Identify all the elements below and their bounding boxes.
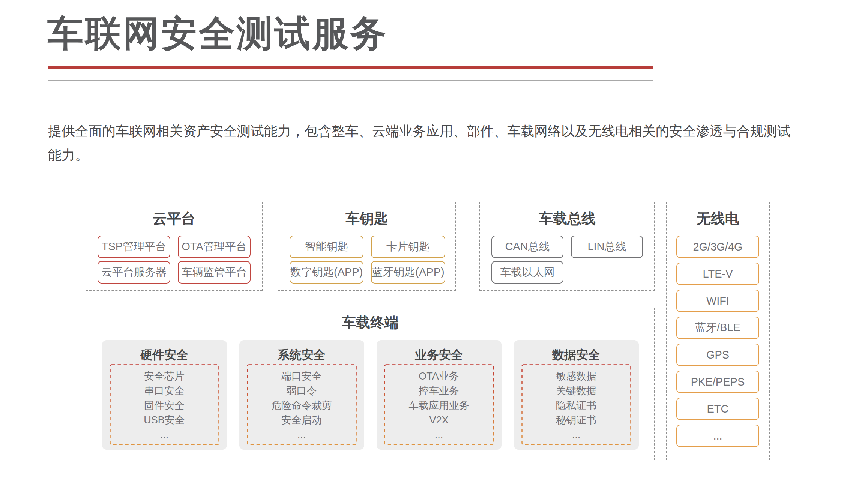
item-system-more: ... [247,428,357,442]
node-ota-platform: OTA管理平台 [178,236,251,258]
group-cloud-platform: 云平台 TSP管理平台 OTA管理平台 云平台服务器 车辆监管平台 [86,202,263,291]
node-radio-more: ... [676,424,759,447]
node-wifi: WIFI [676,290,759,312]
group-vehicle-terminal: 车载终端 硬件安全 安全芯片 串口安全 固件安全 USB安全 ... [86,308,655,460]
group-key-title: 车钥匙 [278,211,455,226]
item-business-more: ... [384,428,494,442]
group-cloud-title: 云平台 [86,211,262,226]
node-cloud-server: 云平台服务器 [98,261,170,284]
item-weak-password: 弱口令 [247,384,357,398]
group-terminal-title: 车载终端 [86,315,654,330]
data-dashed-panel: 敏感数据 关键数据 隐私证书 秘钥证书 ... [521,364,631,445]
item-critical-data: 关键数据 [521,384,631,398]
group-radio: 无线电 2G/3G/4G LTE-V WIFI 蓝牙/BLE GPS PKE/P… [666,202,770,460]
item-firmware-security: 固件安全 [110,398,219,413]
card-hardware-security: 硬件安全 安全芯片 串口安全 固件安全 USB安全 ... [102,340,227,450]
page: 车联网安全测试服务 提供全面的车联网相关资产安全测试能力，包含整车、云端业务应用… [0,0,868,495]
data-item-list: 敏感数据 关键数据 隐私证书 秘钥证书 ... [521,364,631,442]
item-hardware-more: ... [110,428,219,442]
page-title: 车联网安全测试服务 [47,14,388,53]
item-vehicle-app-business: 车载应用业务 [384,398,494,413]
node-etc: ETC [676,398,759,420]
card-system-security: 系统安全 端口安全 弱口令 危险命令裁剪 安全启动 ... [239,340,364,450]
node-card-key: 卡片钥匙 [371,236,445,258]
item-usb-security: USB安全 [110,413,219,428]
node-automotive-ethernet: 车载以太网 [491,261,563,284]
system-item-list: 端口安全 弱口令 危险命令裁剪 安全启动 ... [247,364,357,442]
item-v2x: V2X [384,413,494,428]
cloud-box-grid: TSP管理平台 OTA管理平台 云平台服务器 车辆监管平台 [98,236,251,284]
business-dashed-panel: OTA业务 控车业务 车载应用业务 V2X ... [384,364,494,445]
card-business-security: 业务安全 OTA业务 控车业务 车载应用业务 V2X ... [377,340,502,450]
group-car-key: 车钥匙 智能钥匙 卡片钥匙 数字钥匙(APP) 蓝牙钥匙(APP) [278,202,456,291]
node-digital-key-app: 数字钥匙(APP) [290,261,363,284]
node-vehicle-monitor-platform: 车辆监管平台 [178,261,251,284]
card-data-security: 数据安全 敏感数据 关键数据 隐私证书 秘钥证书 ... [514,340,639,450]
node-lin-bus: LIN总线 [571,236,643,258]
item-vehicle-control-business: 控车业务 [384,384,494,398]
system-dashed-panel: 端口安全 弱口令 危险命令裁剪 安全启动 ... [247,364,357,445]
node-bluetooth-ble: 蓝牙/BLE [676,316,759,339]
group-radio-title: 无线电 [667,211,769,226]
item-secure-boot: 安全启动 [247,413,357,428]
gray-divider [48,80,653,81]
bus-box-grid: CAN总线 LIN总线 车载以太网 [491,236,643,284]
node-gps: GPS [676,344,759,366]
radio-box-column: 2G/3G/4G LTE-V WIFI 蓝牙/BLE GPS PKE/PEPS … [676,236,759,447]
card-system-title: 系统安全 [239,348,364,362]
node-2g-3g-4g: 2G/3G/4G [676,236,759,258]
group-bus-title: 车载总线 [480,211,654,226]
item-ota-business: OTA业务 [384,369,494,384]
hardware-item-list: 安全芯片 串口安全 固件安全 USB安全 ... [110,364,219,442]
item-secret-key-certificate: 秘钥证书 [521,413,631,428]
card-data-title: 数据安全 [514,348,639,362]
item-secure-chip: 安全芯片 [110,369,219,384]
card-hardware-title: 硬件安全 [102,348,227,362]
node-smart-key: 智能钥匙 [290,236,363,258]
item-data-more: ... [521,428,631,442]
group-vehicle-bus: 车载总线 CAN总线 LIN总线 车载以太网 [479,202,655,291]
node-tsp-platform: TSP管理平台 [98,236,170,258]
item-serial-security: 串口安全 [110,384,219,398]
key-box-grid: 智能钥匙 卡片钥匙 数字钥匙(APP) 蓝牙钥匙(APP) [290,236,444,284]
node-pke-peps: PKE/PEPS [676,370,759,393]
card-business-title: 业务安全 [377,348,502,362]
page-description: 提供全面的车联网相关资产安全测试能力，包含整车、云端业务应用、部件、车载网络以及… [48,119,798,167]
item-privacy-certificate: 隐私证书 [521,398,631,413]
item-sensitive-data: 敏感数据 [521,369,631,384]
business-item-list: OTA业务 控车业务 车载应用业务 V2X ... [384,364,494,442]
terminal-cards: 硬件安全 安全芯片 串口安全 固件安全 USB安全 ... 系统安全 [86,340,654,450]
item-dangerous-command-trim: 危险命令裁剪 [247,398,357,413]
node-bluetooth-key-app: 蓝牙钥匙(APP) [371,261,445,284]
node-lte-v: LTE-V [676,262,759,285]
node-can-bus: CAN总线 [491,236,563,258]
hardware-dashed-panel: 安全芯片 串口安全 固件安全 USB安全 ... [110,364,219,445]
red-divider [48,66,653,69]
item-port-security: 端口安全 [247,369,357,384]
